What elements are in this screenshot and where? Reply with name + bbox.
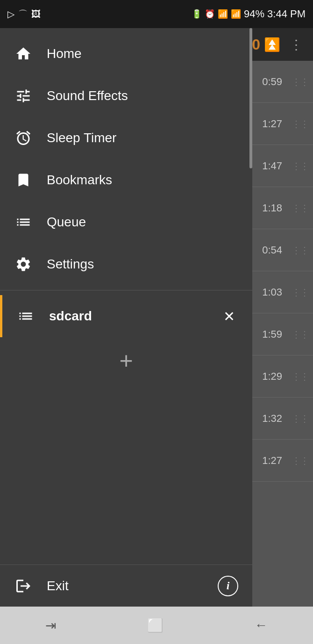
sdcard-row[interactable]: sdcard ✕ (0, 295, 252, 337)
bg-drag-1: ⋮⋮ (292, 76, 308, 87)
status-bar: ▷ ⌒ 🖼 🔋 ⏰ 📶 📶 94% 3:44 PM (0, 0, 313, 28)
sidebar-item-label-settings: Settings (47, 257, 94, 272)
bg-drag-4: ⋮⋮ (292, 203, 308, 214)
bg-drag-10: ⋮⋮ (292, 455, 308, 466)
bg-chevron-icon: ⏫ (264, 37, 280, 52)
sidebar-item-label-sound-effects: Sound Effects (47, 88, 128, 103)
add-location-button[interactable]: + (112, 347, 140, 375)
sliders-icon (14, 87, 33, 105)
bg-time-5: 0:54 (262, 244, 282, 256)
nav-items-list: Home Sound Effects Sleep Timer (0, 28, 252, 564)
system-nav-bar: ⇥ ⬜ ← (0, 607, 313, 644)
sidebar-item-queue[interactable]: Queue (0, 201, 252, 243)
battery-charge-icon: 🔋 (192, 9, 202, 19)
signal-bars-icon: 📶 (231, 9, 241, 19)
bg-drag-3: ⋮⋮ (292, 160, 308, 172)
sidebar-item-label-sleep-timer: Sleep Timer (47, 130, 116, 145)
bg-drag-2: ⋮⋮ (292, 118, 308, 130)
add-location-area: + (0, 337, 252, 384)
sidebar-item-label-bookmarks: Bookmarks (47, 173, 112, 188)
nav-back-button[interactable]: ← (255, 618, 268, 633)
bg-time-3: 1:47 (262, 160, 282, 172)
alarm-status-icon: ⏰ (205, 9, 215, 19)
sidebar-item-settings[interactable]: Settings (0, 243, 252, 285)
image-icon: 🖼 (31, 9, 41, 20)
bg-drag-7: ⋮⋮ (292, 329, 308, 340)
drawer-bottom: Exit i (0, 564, 252, 607)
bg-time-1: 0:59 (262, 76, 282, 88)
sidebar-item-bookmarks[interactable]: Bookmarks (0, 159, 252, 201)
bg-time-4: 1:18 (262, 202, 282, 214)
sidebar-item-home[interactable]: Home (0, 33, 252, 75)
sdcard-close-button[interactable]: ✕ (220, 307, 238, 326)
bg-drag-8: ⋮⋮ (292, 371, 308, 382)
alarm-icon (14, 129, 33, 147)
home-icon (14, 44, 33, 63)
status-icons-left: ▷ ⌒ 🖼 (7, 8, 41, 21)
navigation-drawer: Home Sound Effects Sleep Timer (0, 28, 252, 607)
queue-icon (14, 213, 33, 232)
status-icons-right: 🔋 ⏰ 📶 📶 94% 3:44 PM (192, 8, 306, 20)
sidebar-item-label-home: Home (47, 46, 82, 61)
settings-icon (14, 255, 33, 274)
bg-time-10: 1:27 (262, 455, 282, 467)
bg-drag-6: ⋮⋮ (292, 287, 308, 298)
sidebar-item-label-queue: Queue (47, 215, 86, 230)
exit-icon (14, 577, 33, 595)
nav-recent-button[interactable]: ⇥ (45, 618, 56, 633)
scrollbar[interactable] (249, 28, 252, 168)
overflow-menu-icon[interactable]: ⋮ (290, 37, 304, 52)
time-display: 3:44 PM (267, 8, 306, 20)
bg-time-8: 1:29 (262, 370, 282, 383)
bg-drag-9: ⋮⋮ (292, 413, 308, 424)
info-button[interactable]: i (218, 576, 238, 596)
signal-icon: ⌒ (18, 8, 28, 21)
divider-1 (0, 290, 252, 290)
sdcard-list-icon (16, 307, 35, 326)
battery-percent: 94% (244, 8, 264, 20)
sdcard-label: sdcard (49, 309, 206, 324)
exit-label[interactable]: Exit (47, 579, 204, 593)
wifi-icon: 📶 (218, 9, 228, 19)
bg-time-6: 1:03 (262, 286, 282, 298)
nav-home-button[interactable]: ⬜ (147, 618, 164, 633)
sidebar-item-sleep-timer[interactable]: Sleep Timer (0, 117, 252, 159)
play-icon: ▷ (7, 8, 14, 20)
sidebar-item-sound-effects[interactable]: Sound Effects (0, 75, 252, 117)
bg-drag-5: ⋮⋮ (292, 245, 308, 256)
bg-time-9: 1:32 (262, 412, 282, 425)
bg-time-7: 1:59 (262, 328, 282, 340)
bg-time-2: 1:27 (262, 118, 282, 130)
bookmark-icon (14, 171, 33, 189)
